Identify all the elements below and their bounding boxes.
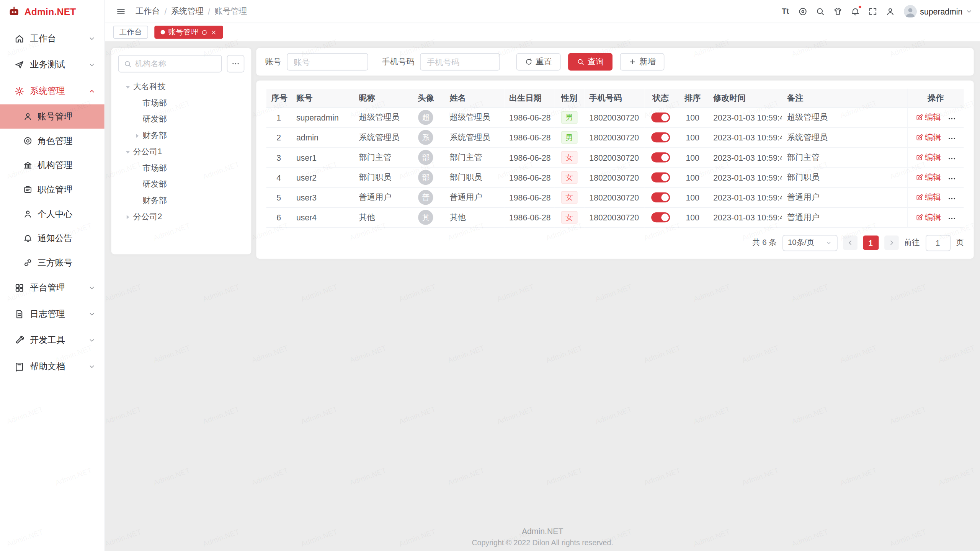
row-more-icon[interactable] (947, 194, 956, 203)
sidebar-subitem-link[interactable]: 三方账号 (0, 251, 105, 275)
edit-button[interactable]: 编辑 (915, 152, 941, 163)
chevron-down-icon (88, 61, 96, 69)
tree-node-5[interactable]: 市场部 (118, 160, 245, 176)
sidebar-item-test[interactable]: 业务测试 (0, 52, 105, 78)
grid-icon (15, 283, 24, 293)
sidebar-subitem-role[interactable]: 角色管理 (0, 129, 105, 153)
edit-button[interactable]: 编辑 (915, 132, 941, 143)
tree-more-button[interactable] (227, 55, 245, 73)
tab-0[interactable]: 工作台 (113, 26, 148, 39)
tab-1[interactable]: 账号管理 (154, 26, 223, 39)
org-search-input[interactable] (135, 59, 216, 68)
page-size-select[interactable]: 10条/页 (782, 235, 837, 251)
user-menu[interactable]: superadmin (904, 5, 972, 18)
main-area: 工作台/系统管理/账号管理 Tt superadmin 工作台账号管理 (105, 0, 980, 551)
row-more-icon[interactable] (947, 174, 956, 183)
tab-refresh-icon[interactable] (201, 29, 207, 35)
row-more-icon[interactable] (947, 114, 956, 123)
tree-node-7[interactable]: 财务部 (118, 192, 245, 209)
chevron-down-icon (88, 284, 96, 292)
next-page-button[interactable] (884, 236, 898, 250)
col-header-12: 操作 (907, 89, 964, 108)
screen-size-icon[interactable] (794, 3, 811, 20)
breadcrumb-item-2[interactable]: 账号管理 (214, 6, 247, 17)
tools-icon (15, 336, 24, 346)
tree-node-6[interactable]: 研发部 (118, 176, 245, 192)
menu-collapse-icon[interactable] (113, 3, 129, 20)
goto-page-input[interactable] (925, 235, 950, 251)
edit-button[interactable]: 编辑 (915, 172, 941, 183)
page-1-button[interactable]: 1 (863, 236, 879, 250)
footer-title: Admin.NET (105, 527, 980, 536)
font-size-icon[interactable]: Tt (777, 3, 794, 20)
edit-icon (915, 214, 923, 221)
search-button[interactable]: 查询 (568, 53, 612, 71)
sidebar-item-log[interactable]: 日志管理 (0, 301, 105, 328)
status-toggle[interactable] (651, 192, 670, 202)
row-more-icon[interactable] (947, 134, 956, 143)
pagination: 共 6 条 10条/页 1 (266, 235, 964, 252)
search-icon[interactable] (812, 3, 829, 20)
tab-close-icon[interactable] (211, 29, 217, 35)
tabbar: 工作台账号管理 (105, 23, 980, 42)
sidebar-subitem-org[interactable]: 机构管理 (0, 153, 105, 178)
edit-button[interactable]: 编辑 (915, 212, 941, 223)
gear-icon (15, 86, 24, 96)
notification-bell-icon[interactable] (847, 3, 864, 20)
sidebar-menu: 工作台业务测试系统管理账号管理角色管理机构管理职位管理个人中心通知公告三方账号平… (0, 23, 105, 380)
status-toggle[interactable] (651, 153, 670, 163)
row-more-icon[interactable] (947, 214, 956, 223)
table-row-0: 1superadmin超级管理员超超级管理员1986-06-28男1802003… (266, 108, 964, 127)
prev-page-button[interactable] (843, 236, 858, 250)
sidebar-item-gear[interactable]: 系统管理 (0, 78, 105, 104)
table-row-5: 6user4其他其其他1986-06-28女180200307201002023… (266, 207, 964, 227)
tree-node-2[interactable]: 研发部 (118, 111, 245, 127)
row-more-icon[interactable] (947, 155, 956, 163)
caret-placeholder (132, 115, 142, 124)
sidebar-subitem-profile[interactable]: 个人中心 (0, 202, 105, 226)
theme-icon[interactable] (830, 3, 846, 20)
row-avatar: 系 (418, 130, 433, 145)
chevron-down-icon (88, 337, 96, 344)
sidebar-subitem-position[interactable]: 职位管理 (0, 178, 105, 202)
tree-node-0[interactable]: 大名科技 (118, 79, 245, 95)
page-unit: 页 (956, 237, 964, 248)
sidebar-subitem-bell[interactable]: 通知公告 (0, 226, 105, 251)
edit-button[interactable]: 编辑 (915, 192, 941, 203)
logo: Admin.NET (0, 0, 105, 23)
tree-node-1[interactable]: 市场部 (118, 95, 245, 111)
home-icon (15, 34, 24, 44)
user-icon[interactable] (882, 3, 899, 20)
chevron-down-icon (965, 8, 972, 15)
phone-input[interactable] (420, 53, 500, 71)
chevron-down-icon (825, 240, 831, 246)
breadcrumb-item-0[interactable]: 工作台 (136, 6, 160, 17)
phone-label: 手机号码 (382, 56, 415, 67)
breadcrumb-item-1[interactable]: 系统管理 (171, 6, 204, 17)
tree-node-3[interactable]: 财务部 (118, 127, 245, 143)
status-toggle[interactable] (651, 133, 670, 143)
col-header-1: 账号 (291, 89, 354, 108)
sidebar-item-tools[interactable]: 开发工具 (0, 328, 105, 354)
status-toggle[interactable] (651, 173, 670, 183)
col-header-8: 状态 (644, 89, 677, 108)
search-icon (577, 58, 585, 66)
account-input[interactable] (287, 53, 368, 71)
sidebar-item-home[interactable]: 工作台 (0, 26, 105, 52)
fullscreen-icon[interactable] (864, 3, 881, 20)
position-icon (23, 185, 32, 194)
tree-node-4[interactable]: 分公司1 (118, 144, 245, 160)
sidebar-item-grid[interactable]: 平台管理 (0, 275, 105, 301)
reset-button[interactable]: 重置 (516, 53, 561, 71)
tab-active-dot (161, 30, 165, 34)
status-toggle[interactable] (651, 213, 670, 223)
arrow-right-icon (888, 239, 895, 246)
total-count: 共 6 条 (752, 237, 777, 248)
tree-node-8[interactable]: 分公司2 (118, 209, 245, 225)
add-button[interactable]: 新增 (620, 53, 665, 71)
doc-icon (15, 362, 24, 372)
sidebar-item-doc[interactable]: 帮助文档 (0, 354, 105, 380)
sidebar-subitem-user[interactable]: 账号管理 (0, 104, 105, 129)
status-toggle[interactable] (651, 112, 670, 122)
edit-button[interactable]: 编辑 (915, 112, 941, 123)
